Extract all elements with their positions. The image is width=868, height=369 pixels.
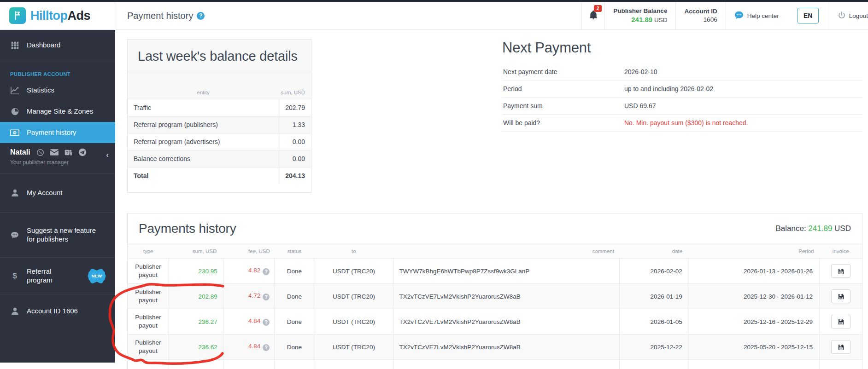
balance-row: Traffic 202.79 [128,99,311,116]
sidebar-item-statistics[interactable]: Statistics [0,80,115,101]
balance-amount: 241.89 [631,16,652,23]
notifications-button[interactable]: 2 [581,2,604,29]
publisher-balance: Publisher Balance 241.89 USD [604,2,675,29]
manager-subtitle: Your publisher manager [10,159,105,166]
balance-details-title: Last week's balance details [138,48,301,64]
page-title: Payment history [127,11,193,21]
save-icon [838,318,845,325]
col-fee: fee, USD [223,244,275,259]
sidebar-item-referral-program[interactable]: $ Referral program NEW [0,258,115,294]
next-payment-row: Period up to and including 2026-02-02 [502,81,862,98]
col-status: status [275,244,314,259]
save-icon [838,293,845,300]
balance-details-card: Last week's balance details entity sum, … [127,39,311,193]
col-type: type [128,244,169,259]
chat-bubble-icon [734,11,744,21]
column-header-entity: entity [128,72,279,99]
logout-button[interactable]: Logout [829,2,868,29]
fee-help-icon[interactable]: ? [263,344,270,351]
wallet-address: TWYW7kBhgE6hWTbPwp8P7Zssf9wk3GLanP [393,259,620,284]
col-date: date [620,244,688,259]
fee-help-icon[interactable]: ? [263,294,270,300]
sidebar-item-dashboard[interactable]: Dashboard [0,30,115,61]
envelope-icon[interactable] [50,149,59,156]
sidebar-item-account-id[interactable]: Account ID 1606 [0,294,115,328]
zones-icon [10,108,19,115]
next-payment-title: Next Payment [502,40,862,56]
banknote-icon [10,129,19,136]
notifications-badge: 2 [594,5,602,12]
status-done: Done [275,334,314,360]
wallet-address: TX2vTCzVE7LvM2VkishP2YuarorusZW8aB [393,309,620,334]
column-header-sum: sum, USD [279,72,311,99]
balance-row: Referral program (advertisers) 0.00 [128,133,311,150]
account-id: Account ID 1606 [675,2,725,29]
col-to: to [314,244,393,259]
logo[interactable]: HilltopAds [0,2,115,29]
grid-icon [10,41,19,49]
min-payout-warning: No. Min. payout sum ($300) is not reache… [624,119,748,127]
col-sum: sum, USD [169,244,223,259]
wallet-address: TX2vTCzVE7LvM2VkishP2YuarorusZW8aB [393,334,620,360]
dollar-icon: $ [10,271,19,281]
sidebar: Dashboard PUBLISHER ACCOUNT Statistics M… [0,30,115,363]
download-invoice-button[interactable] [831,340,850,354]
payments-history-title: Payments history [139,221,236,236]
page-help-icon[interactable]: ? [197,12,205,20]
balance-row: Balance corrections 0.00 [128,150,311,167]
sidebar-section-label: PUBLISHER ACCOUNT [0,61,115,80]
balance-row: Referral program (publishers) 1.33 [128,116,311,133]
publisher-manager-block: Natali T ‹ Your publisher manager [0,143,115,173]
status-done: Done [275,284,314,309]
wallet-address: TX2vTCzVE7LvM2VkishP2YuarorusZW8aB [393,284,620,309]
next-payment-row: Next payment date 2026-02-10 [502,63,862,81]
next-payment-section: Next Payment Next payment date 2026-02-1… [502,40,862,132]
sidebar-item-payment-history[interactable]: Payment history [0,122,115,143]
help-center-button[interactable]: Help center [726,2,787,29]
user-icon [10,189,19,196]
download-invoice-button[interactable] [831,289,850,303]
power-icon [838,11,846,21]
col-invoice: invoice [820,244,862,259]
user-icon [10,307,19,315]
payments-balance: Balance: 241.89 USD [775,224,851,233]
payment-row: Publisher payout 230.95 4.82? Done USDT … [128,259,862,284]
telegram-icon[interactable] [78,148,87,156]
logo-flag-icon [9,7,26,24]
balance-total-row: Total 204.13 [128,167,311,184]
payments-table: type sum, USD fee, USD status to comment… [128,244,862,369]
fee-help-icon[interactable]: ? [263,268,270,275]
language-selector[interactable]: EN [787,2,829,29]
status-done: Done [275,309,314,334]
balance-details-table: entity sum, USD Traffic 202.79 Referral … [128,72,311,184]
teams-icon[interactable]: T [65,149,72,156]
payment-row: Publisher payout 202.89 4.72? Done USDT … [128,284,862,309]
payment-row-clipped [128,360,862,369]
status-done: Done [275,259,314,284]
download-invoice-button[interactable] [831,315,850,329]
next-payment-row: Will be paid? No. Min. payout sum ($300)… [502,115,862,132]
new-badge: NEW [88,271,105,281]
payment-row: Publisher payout 236.62 4.84? Done USDT … [128,334,862,360]
save-icon [838,344,845,351]
save-icon [838,268,845,275]
comment-icon [10,231,19,239]
svg-text:T: T [66,150,68,155]
payments-history-card: Payments history Balance: 241.89 USD typ… [127,213,862,369]
sidebar-item-my-account[interactable]: My Account [0,173,115,213]
header: HilltopAds Payment history ? 2 Publisher… [0,2,868,30]
fee-help-icon[interactable]: ? [263,319,270,326]
sidebar-item-suggest-feature[interactable]: Suggest a new feature for publishers [0,213,115,258]
chevron-left-icon[interactable]: ‹ [106,150,109,160]
next-payment-row: Payment sum USD 69.67 [502,98,862,115]
line-chart-icon [10,86,19,94]
payments-balance-amount: 241.89 [808,224,832,233]
app-window: HilltopAds Payment history ? 2 Publisher… [0,0,868,369]
brand-name: HilltopAds [30,9,90,23]
sidebar-item-manage-site-zones[interactable]: Manage Site & Zones [0,101,115,122]
download-invoice-button[interactable] [831,264,850,278]
whatsapp-icon[interactable] [36,149,44,156]
payment-row: Publisher payout 236.27 4.84? Done USDT … [128,309,862,334]
col-comment: comment [393,244,620,259]
col-period: Period [688,244,819,259]
